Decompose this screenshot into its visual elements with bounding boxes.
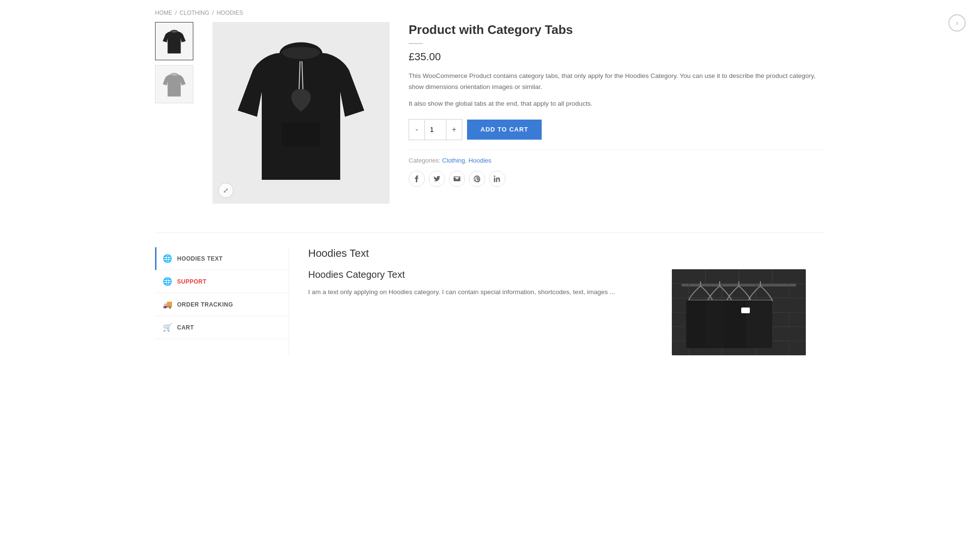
order-tracking-icon: 🚚 — [163, 300, 172, 309]
tab-content-inner: Hoodies Category Text I am a text only a… — [308, 269, 806, 355]
quantity-plus[interactable]: + — [446, 120, 462, 140]
category-hoodies[interactable]: Hoodies — [468, 157, 491, 164]
product-desc-1: This WooCommerce Product contains catego… — [409, 71, 825, 93]
support-label: SUPPORT — [177, 278, 207, 285]
tab-content-body: I am a text only applying on Hoodies cat… — [308, 287, 657, 297]
support-icon: 🌐 — [163, 277, 172, 286]
add-to-cart-button[interactable]: ADD TO CART — [467, 120, 542, 140]
social-share-row — [409, 171, 825, 187]
quantity-input[interactable] — [424, 120, 446, 140]
product-section: ⤢ Product with Category Tabs £35.00 This… — [155, 22, 825, 204]
sidebar-tab-order-tracking[interactable]: 🚚 ORDER TRACKING — [155, 293, 289, 316]
main-product-image: ⤢ — [212, 22, 390, 204]
product-title: Product with Category Tabs — [409, 22, 825, 38]
product-description: This WooCommerce Product contains catego… — [409, 71, 825, 110]
breadcrumb-home[interactable]: HOME — [155, 10, 172, 16]
sidebar-tab-support[interactable]: 🌐 SUPPORT — [155, 270, 289, 293]
clothing-rack-image — [672, 269, 806, 355]
breadcrumb: HOME / CLOTHING / HOODIES — [155, 10, 825, 16]
category-clothing[interactable]: Clothing — [442, 157, 465, 164]
section-divider — [155, 232, 825, 233]
sidebar-tab-hoodies-text[interactable]: 🌐 HOODIES TEXT — [155, 247, 289, 270]
quantity-minus[interactable]: - — [409, 120, 424, 140]
title-divider — [409, 43, 423, 44]
main-image-display — [212, 22, 390, 204]
thumbnail-1[interactable] — [155, 22, 193, 60]
add-to-cart-row: - + ADD TO CART — [409, 119, 825, 140]
zoom-button[interactable]: ⤢ — [218, 183, 234, 198]
product-info: Product with Category Tabs £35.00 This W… — [409, 22, 825, 204]
breadcrumb-sep-1: / — [175, 10, 177, 16]
thumbnail-column — [155, 22, 193, 204]
breadcrumb-clothing[interactable]: CLOTHING — [179, 10, 209, 16]
share-linkedin[interactable] — [489, 171, 505, 187]
hoodies-text-icon: 🌐 — [163, 254, 172, 263]
tab-content-subtitle: Hoodies Category Text — [308, 269, 657, 280]
share-pinterest[interactable] — [469, 171, 485, 187]
order-tracking-label: ORDER TRACKING — [177, 301, 233, 308]
tab-content-text-col: Hoodies Category Text I am a text only a… — [308, 269, 657, 297]
tab-content-area: Hoodies Text Hoodies Category Text I am … — [289, 247, 825, 355]
product-desc-2: It also show the global tabs at the end,… — [409, 99, 825, 110]
thumbnail-2[interactable] — [155, 65, 193, 103]
categories-label: Categories: — [409, 157, 440, 164]
svg-rect-33 — [746, 300, 772, 348]
svg-rect-34 — [741, 307, 750, 313]
tab-content-title: Hoodies Text — [308, 247, 806, 260]
cart-label: CART — [177, 324, 194, 331]
breadcrumb-sep-2: / — [212, 10, 213, 16]
share-email[interactable] — [449, 171, 465, 187]
circle-nav-button[interactable]: › — [948, 14, 966, 32]
sidebar-tabs: 🌐 HOODIES TEXT 🌐 SUPPORT 🚚 ORDER TRACKIN… — [155, 247, 289, 355]
quantity-wrapper: - + — [409, 119, 462, 140]
hoodies-text-label: HOODIES TEXT — [177, 255, 223, 262]
breadcrumb-hoodies: HOODIES — [217, 10, 243, 16]
svg-rect-2 — [282, 122, 320, 146]
cart-icon: 🛒 — [163, 323, 172, 332]
share-facebook[interactable] — [409, 171, 425, 187]
tabs-section: 🌐 HOODIES TEXT 🌐 SUPPORT 🚚 ORDER TRACKIN… — [155, 247, 825, 355]
sidebar-tab-cart[interactable]: 🛒 CART — [155, 316, 289, 339]
categories-row: Categories: Clothing, Hoodies — [409, 150, 825, 164]
product-price: £35.00 — [409, 51, 825, 63]
share-twitter[interactable] — [429, 171, 445, 187]
